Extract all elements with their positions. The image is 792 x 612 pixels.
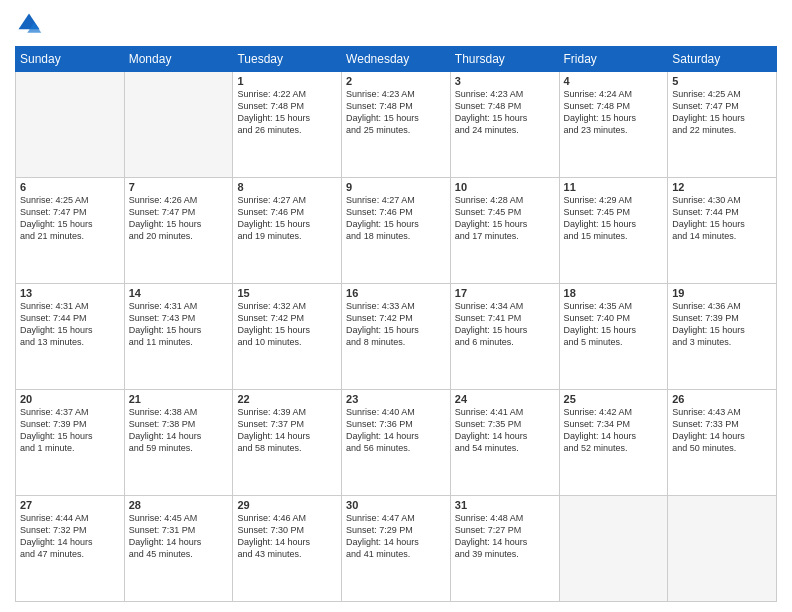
calendar-table: SundayMondayTuesdayWednesdayThursdayFrid… [15, 46, 777, 602]
day-info: Sunrise: 4:32 AM Sunset: 7:42 PM Dayligh… [237, 300, 337, 349]
day-info: Sunrise: 4:36 AM Sunset: 7:39 PM Dayligh… [672, 300, 772, 349]
day-info: Sunrise: 4:25 AM Sunset: 7:47 PM Dayligh… [672, 88, 772, 137]
day-info: Sunrise: 4:34 AM Sunset: 7:41 PM Dayligh… [455, 300, 555, 349]
calendar-header-saturday: Saturday [668, 47, 777, 72]
calendar-cell: 12Sunrise: 4:30 AM Sunset: 7:44 PM Dayli… [668, 178, 777, 284]
logo-icon [15, 10, 43, 38]
calendar-cell: 15Sunrise: 4:32 AM Sunset: 7:42 PM Dayli… [233, 284, 342, 390]
calendar-cell: 1Sunrise: 4:22 AM Sunset: 7:48 PM Daylig… [233, 72, 342, 178]
day-info: Sunrise: 4:44 AM Sunset: 7:32 PM Dayligh… [20, 512, 120, 561]
day-number: 25 [564, 393, 664, 405]
day-info: Sunrise: 4:31 AM Sunset: 7:43 PM Dayligh… [129, 300, 229, 349]
calendar-cell: 22Sunrise: 4:39 AM Sunset: 7:37 PM Dayli… [233, 390, 342, 496]
calendar-cell: 2Sunrise: 4:23 AM Sunset: 7:48 PM Daylig… [342, 72, 451, 178]
calendar-cell: 6Sunrise: 4:25 AM Sunset: 7:47 PM Daylig… [16, 178, 125, 284]
day-number: 19 [672, 287, 772, 299]
calendar-cell: 9Sunrise: 4:27 AM Sunset: 7:46 PM Daylig… [342, 178, 451, 284]
day-number: 29 [237, 499, 337, 511]
day-info: Sunrise: 4:24 AM Sunset: 7:48 PM Dayligh… [564, 88, 664, 137]
calendar-cell: 13Sunrise: 4:31 AM Sunset: 7:44 PM Dayli… [16, 284, 125, 390]
day-number: 16 [346, 287, 446, 299]
week-row-3: 13Sunrise: 4:31 AM Sunset: 7:44 PM Dayli… [16, 284, 777, 390]
calendar-cell [16, 72, 125, 178]
header [15, 10, 777, 38]
calendar-cell: 3Sunrise: 4:23 AM Sunset: 7:48 PM Daylig… [450, 72, 559, 178]
day-number: 27 [20, 499, 120, 511]
day-info: Sunrise: 4:43 AM Sunset: 7:33 PM Dayligh… [672, 406, 772, 455]
day-info: Sunrise: 4:23 AM Sunset: 7:48 PM Dayligh… [455, 88, 555, 137]
day-number: 3 [455, 75, 555, 87]
calendar-cell: 5Sunrise: 4:25 AM Sunset: 7:47 PM Daylig… [668, 72, 777, 178]
calendar-cell: 10Sunrise: 4:28 AM Sunset: 7:45 PM Dayli… [450, 178, 559, 284]
day-number: 23 [346, 393, 446, 405]
day-number: 8 [237, 181, 337, 193]
day-info: Sunrise: 4:47 AM Sunset: 7:29 PM Dayligh… [346, 512, 446, 561]
day-number: 11 [564, 181, 664, 193]
day-number: 1 [237, 75, 337, 87]
day-number: 15 [237, 287, 337, 299]
calendar-cell: 29Sunrise: 4:46 AM Sunset: 7:30 PM Dayli… [233, 496, 342, 602]
calendar-cell: 16Sunrise: 4:33 AM Sunset: 7:42 PM Dayli… [342, 284, 451, 390]
calendar-cell: 19Sunrise: 4:36 AM Sunset: 7:39 PM Dayli… [668, 284, 777, 390]
day-info: Sunrise: 4:40 AM Sunset: 7:36 PM Dayligh… [346, 406, 446, 455]
calendar-header-thursday: Thursday [450, 47, 559, 72]
day-number: 31 [455, 499, 555, 511]
day-info: Sunrise: 4:28 AM Sunset: 7:45 PM Dayligh… [455, 194, 555, 243]
day-info: Sunrise: 4:38 AM Sunset: 7:38 PM Dayligh… [129, 406, 229, 455]
calendar-cell: 31Sunrise: 4:48 AM Sunset: 7:27 PM Dayli… [450, 496, 559, 602]
calendar-cell: 30Sunrise: 4:47 AM Sunset: 7:29 PM Dayli… [342, 496, 451, 602]
calendar-cell: 17Sunrise: 4:34 AM Sunset: 7:41 PM Dayli… [450, 284, 559, 390]
calendar-cell: 14Sunrise: 4:31 AM Sunset: 7:43 PM Dayli… [124, 284, 233, 390]
calendar-header-tuesday: Tuesday [233, 47, 342, 72]
day-number: 20 [20, 393, 120, 405]
day-number: 4 [564, 75, 664, 87]
day-info: Sunrise: 4:27 AM Sunset: 7:46 PM Dayligh… [237, 194, 337, 243]
day-number: 10 [455, 181, 555, 193]
calendar-header-row: SundayMondayTuesdayWednesdayThursdayFrid… [16, 47, 777, 72]
day-info: Sunrise: 4:26 AM Sunset: 7:47 PM Dayligh… [129, 194, 229, 243]
calendar-cell: 11Sunrise: 4:29 AM Sunset: 7:45 PM Dayli… [559, 178, 668, 284]
calendar-header-monday: Monday [124, 47, 233, 72]
day-number: 13 [20, 287, 120, 299]
calendar-cell [124, 72, 233, 178]
day-number: 21 [129, 393, 229, 405]
logo [15, 10, 47, 38]
calendar-header-sunday: Sunday [16, 47, 125, 72]
calendar-cell: 4Sunrise: 4:24 AM Sunset: 7:48 PM Daylig… [559, 72, 668, 178]
calendar-cell: 23Sunrise: 4:40 AM Sunset: 7:36 PM Dayli… [342, 390, 451, 496]
day-info: Sunrise: 4:33 AM Sunset: 7:42 PM Dayligh… [346, 300, 446, 349]
calendar-cell: 27Sunrise: 4:44 AM Sunset: 7:32 PM Dayli… [16, 496, 125, 602]
day-number: 9 [346, 181, 446, 193]
day-info: Sunrise: 4:22 AM Sunset: 7:48 PM Dayligh… [237, 88, 337, 137]
day-number: 6 [20, 181, 120, 193]
day-info: Sunrise: 4:27 AM Sunset: 7:46 PM Dayligh… [346, 194, 446, 243]
calendar-cell: 7Sunrise: 4:26 AM Sunset: 7:47 PM Daylig… [124, 178, 233, 284]
calendar-header-wednesday: Wednesday [342, 47, 451, 72]
calendar-cell: 18Sunrise: 4:35 AM Sunset: 7:40 PM Dayli… [559, 284, 668, 390]
day-number: 14 [129, 287, 229, 299]
calendar-cell [559, 496, 668, 602]
day-number: 17 [455, 287, 555, 299]
day-number: 28 [129, 499, 229, 511]
day-info: Sunrise: 4:41 AM Sunset: 7:35 PM Dayligh… [455, 406, 555, 455]
week-row-1: 1Sunrise: 4:22 AM Sunset: 7:48 PM Daylig… [16, 72, 777, 178]
day-number: 22 [237, 393, 337, 405]
page: SundayMondayTuesdayWednesdayThursdayFrid… [0, 0, 792, 612]
calendar-cell: 28Sunrise: 4:45 AM Sunset: 7:31 PM Dayli… [124, 496, 233, 602]
calendar-cell: 20Sunrise: 4:37 AM Sunset: 7:39 PM Dayli… [16, 390, 125, 496]
day-number: 5 [672, 75, 772, 87]
day-info: Sunrise: 4:35 AM Sunset: 7:40 PM Dayligh… [564, 300, 664, 349]
calendar-cell: 26Sunrise: 4:43 AM Sunset: 7:33 PM Dayli… [668, 390, 777, 496]
day-info: Sunrise: 4:46 AM Sunset: 7:30 PM Dayligh… [237, 512, 337, 561]
day-info: Sunrise: 4:29 AM Sunset: 7:45 PM Dayligh… [564, 194, 664, 243]
day-info: Sunrise: 4:37 AM Sunset: 7:39 PM Dayligh… [20, 406, 120, 455]
day-info: Sunrise: 4:48 AM Sunset: 7:27 PM Dayligh… [455, 512, 555, 561]
week-row-5: 27Sunrise: 4:44 AM Sunset: 7:32 PM Dayli… [16, 496, 777, 602]
calendar-header-friday: Friday [559, 47, 668, 72]
day-info: Sunrise: 4:25 AM Sunset: 7:47 PM Dayligh… [20, 194, 120, 243]
day-info: Sunrise: 4:42 AM Sunset: 7:34 PM Dayligh… [564, 406, 664, 455]
day-info: Sunrise: 4:23 AM Sunset: 7:48 PM Dayligh… [346, 88, 446, 137]
calendar-cell: 24Sunrise: 4:41 AM Sunset: 7:35 PM Dayli… [450, 390, 559, 496]
day-number: 18 [564, 287, 664, 299]
calendar-cell: 25Sunrise: 4:42 AM Sunset: 7:34 PM Dayli… [559, 390, 668, 496]
